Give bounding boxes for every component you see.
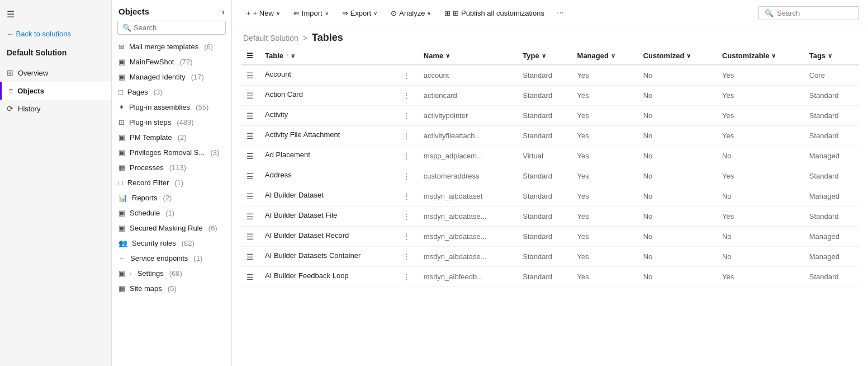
obj-label-site-maps: Site maps [130, 284, 162, 293]
row-managed: Yes [572, 166, 638, 186]
row-name: msdyn_aibdataset [418, 186, 517, 207]
obj-item-record-filter[interactable]: □ Record Filter (1) [112, 175, 231, 190]
row-type: Standard [517, 186, 571, 207]
table-row[interactable]: ☰ Ad Placement ⋮ mspp_adplacem... Virtua… [241, 146, 859, 166]
collapse-panel-icon[interactable]: ‹ [222, 7, 225, 16]
analyze-button[interactable]: ⊙ Analyze ∨ [385, 6, 437, 20]
service-endpoints-icon: ← [118, 254, 126, 262]
row-table-icon: ☰ [246, 91, 254, 100]
row-managed: Yes [572, 65, 638, 86]
row-context-menu[interactable]: ⋮ [401, 231, 412, 242]
nav-item-history[interactable]: ⟳ History [0, 100, 111, 118]
obj-item-plugin-assemblies[interactable]: ✦ Plug-in assemblies (55) [112, 100, 231, 115]
objects-search-input[interactable] [134, 24, 221, 32]
col-managed-header[interactable]: Managed ∨ [572, 47, 638, 65]
back-to-solutions-link[interactable]: ← Back to solutions [0, 24, 111, 44]
row-icon-cell: ☰ [241, 65, 259, 86]
obj-count-mail-merge: (6) [204, 43, 213, 51]
row-context-menu[interactable]: ⋮ [401, 251, 412, 262]
more-options-button[interactable]: ··· [554, 6, 566, 20]
left-navigation: ☰ ← Back to solutions Default Solution ⊞… [0, 0, 112, 366]
row-context-menu[interactable]: ⋮ [401, 151, 412, 161]
col-checkbox-header[interactable]: ☰ [241, 47, 259, 65]
obj-item-managed-identity[interactable]: ▣ Managed Identity (17) [112, 69, 231, 85]
toolbar-right: 🔍 [758, 6, 859, 20]
secured-masking-icon: ▣ [118, 224, 125, 232]
obj-count-security-roles: (82) [182, 239, 195, 247]
col-tags-header[interactable]: Tags ∨ [804, 47, 859, 65]
table-row[interactable]: ☰ Activity File Attachment ⋮ activityfil… [241, 126, 859, 146]
row-managed: Yes [572, 106, 638, 126]
obj-label-plugin-steps: Plug-in steps [129, 118, 171, 126]
table-row[interactable]: ☰ AI Builder Feedback Loop ⋮ msdyn_aibfe… [241, 267, 859, 287]
col-name-header[interactable]: Name ∨ [418, 47, 517, 65]
col-table-header[interactable]: Table ↑ ∨ [259, 47, 418, 65]
table-row[interactable]: ☰ Activity ⋮ activitypointer Standard Ye… [241, 106, 859, 126]
col-customizable-header[interactable]: Customizable ∨ [717, 47, 804, 65]
record-filter-icon: □ [118, 179, 123, 187]
row-type: Standard [517, 227, 571, 247]
tags-sort-icon: ∨ [828, 52, 832, 59]
obj-item-mainfewshot[interactable]: ▣ MainFewShot (72) [112, 54, 231, 69]
row-customizable: Yes [717, 207, 804, 227]
obj-item-plugin-steps[interactable]: ⊡ Plug-in steps (489) [112, 115, 231, 130]
row-type: Standard [517, 126, 571, 146]
table-row[interactable]: ☰ AI Builder Dataset Record ⋮ msdyn_aibd… [241, 227, 859, 247]
row-context-menu[interactable]: ⋮ [401, 70, 412, 81]
row-context-menu[interactable]: ⋮ [401, 191, 412, 201]
row-table-name: Account ⋮ [259, 65, 418, 86]
table-row[interactable]: ☰ AI Builder Dataset File ⋮ msdyn_aibdat… [241, 207, 859, 227]
row-context-menu[interactable]: ⋮ [401, 211, 412, 222]
obj-item-pages[interactable]: □ Pages (3) [112, 85, 231, 100]
import-icon: ⇐ [293, 9, 300, 17]
settings-expand-icon: › [130, 270, 132, 277]
table-row[interactable]: ☰ AI Builder Datasets Container ⋮ msdyn_… [241, 247, 859, 267]
row-type: Standard [517, 267, 571, 287]
obj-item-mail-merge[interactable]: ✉ Mail merge templates (6) [112, 39, 231, 54]
main-area: + + New ∨ ⇐ Import ∨ ⇒ Export ∨ ⊙ Analyz… [232, 0, 868, 366]
row-context-menu[interactable]: ⋮ [401, 271, 412, 282]
nav-label-history: History [18, 105, 40, 113]
obj-item-site-maps[interactable]: ▦ Site maps (5) [112, 281, 231, 296]
toolbar-search-icon: 🔍 [765, 9, 774, 17]
obj-item-security-roles[interactable]: 👥 Security roles (82) [112, 236, 231, 251]
row-name: msdyn_aibdatase... [418, 207, 517, 227]
table-row[interactable]: ☰ Action Card ⋮ actioncard Standard Yes … [241, 86, 859, 106]
row-customized: No [638, 186, 717, 207]
new-button[interactable]: + + New ∨ [241, 6, 286, 20]
publish-button[interactable]: ⊞ ⊞ Publish all customizations [439, 6, 549, 20]
hamburger-button[interactable]: ☰ [0, 4, 111, 24]
mainfewshot-icon: ▣ [118, 58, 125, 66]
table-row[interactable]: ☰ Address ⋮ customeraddress Standard Yes… [241, 166, 859, 186]
customized-sort-icon: ∨ [686, 52, 691, 59]
row-context-menu[interactable]: ⋮ [401, 90, 412, 101]
row-context-menu[interactable]: ⋮ [401, 171, 412, 181]
row-name: activitypointer [418, 106, 517, 126]
import-button[interactable]: ⇐ Import ∨ [288, 6, 334, 20]
export-button[interactable]: ⇒ Export ∨ [336, 6, 383, 20]
obj-item-service-endpoints[interactable]: ← Service endpoints (1) [112, 251, 231, 266]
row-icon-cell: ☰ [241, 247, 259, 267]
obj-item-pm-template[interactable]: ▣ PM Template (2) [112, 130, 231, 145]
nav-item-overview[interactable]: ⊞ Overview [0, 64, 111, 82]
col-type-header[interactable]: Type ∨ [517, 47, 571, 65]
col-customized-header[interactable]: Customized ∨ [638, 47, 717, 65]
publish-icon: ⊞ [444, 9, 450, 17]
row-context-menu[interactable]: ⋮ [401, 130, 412, 141]
row-name: msdyn_aibdatase... [418, 227, 517, 247]
toolbar-search-input[interactable] [777, 9, 853, 17]
obj-label-mail-merge: Mail merge templates [129, 43, 198, 51]
row-context-menu[interactable]: ⋮ [401, 110, 412, 121]
row-table-icon: ☰ [246, 212, 254, 221]
nav-item-objects[interactable]: ≡ Objects [0, 82, 111, 100]
obj-item-schedule[interactable]: ▣ Schedule (1) [112, 205, 231, 220]
row-name: activityfileattach... [418, 126, 517, 146]
obj-item-processes[interactable]: ▦ Processes (113) [112, 160, 231, 175]
breadcrumb-parent[interactable]: Default Solution [243, 34, 298, 43]
obj-item-privileges-removal[interactable]: ▣ Privileges Removal S... (3) [112, 145, 231, 160]
obj-item-secured-masking[interactable]: ▣ Secured Masking Rule (6) [112, 220, 231, 236]
obj-item-settings[interactable]: ▣ › Settings (68) [112, 266, 231, 281]
obj-item-reports[interactable]: 📊 Reports (2) [112, 190, 231, 205]
table-row[interactable]: ☰ AI Builder Dataset ⋮ msdyn_aibdataset … [241, 186, 859, 207]
table-row[interactable]: ☰ Account ⋮ account Standard Yes No Yes … [241, 65, 859, 86]
